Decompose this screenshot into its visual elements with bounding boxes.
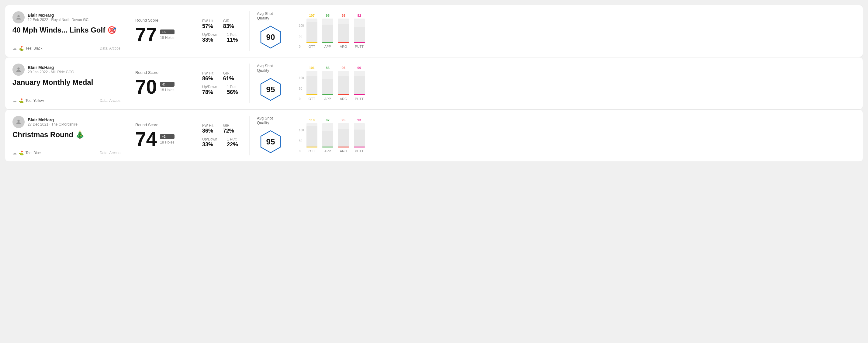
oneputt-stat: 1 Putt 11% (227, 33, 238, 43)
bar-line (306, 42, 317, 43)
hexagon-container: 95 (257, 76, 284, 103)
axis-max: 100 (299, 24, 304, 27)
score-diff-badge: -2 (160, 82, 174, 87)
bar-col-ott: 101 OTT (306, 66, 317, 101)
stats-row-top: FW Hit 86% GIR 61% (202, 71, 242, 82)
updown-value: 78% (202, 89, 217, 95)
gir-value: 83% (223, 23, 234, 30)
bar-outer (306, 19, 317, 43)
data-source: Data: Arccos (100, 98, 120, 103)
bar-inner (338, 24, 349, 43)
hexagon-container: 95 (257, 128, 284, 155)
chart-area: 101 OTT 86 APP 96 (306, 66, 365, 101)
oneputt-value: 11% (227, 37, 238, 43)
bar-col-putt: 82 PUTT (354, 14, 365, 48)
fw-hit-stat: FW Hit 36% (202, 123, 213, 134)
bar-value: 107 (309, 14, 315, 17)
score-number: 70 (135, 77, 157, 97)
bar-line (354, 147, 365, 148)
card-left: Blair McHarg 29 Jan 2022 · Mill Ride GCC… (12, 64, 128, 103)
updown-stat: Up/Down 78% (202, 85, 217, 95)
player-name: Blair McHarg (28, 117, 78, 122)
oneputt-value: 22% (227, 142, 238, 148)
bar-inner (306, 22, 317, 43)
bar-inner (338, 76, 349, 95)
fw-hit-label: FW Hit (202, 19, 213, 23)
card-chart: 100 50 0 110 OTT 87 (291, 116, 856, 155)
bar-label: PUTT (355, 149, 364, 153)
stats-row-top: FW Hit 57% GIR 83% (202, 19, 242, 30)
bar-line (338, 94, 349, 95)
bar-line (306, 147, 317, 148)
oneputt-stat: 1 Putt 56% (227, 85, 238, 95)
tee-info: ☁ ⛳ Tee: Blue (12, 151, 41, 155)
gir-stat: GIR 61% (223, 71, 234, 82)
bar-outer (338, 123, 349, 148)
card-quality: Avg Shot Quality 95 (250, 116, 291, 155)
card-stats: FW Hit 36% GIR 72% Up/Down 33% 1 Putt (195, 116, 250, 155)
fw-hit-value: 57% (202, 23, 213, 30)
card-footer: ☁ ⛳ Tee: Blue Data: Arccos (12, 151, 120, 155)
bar-value: 86 (326, 66, 330, 70)
data-source: Data: Arccos (100, 46, 120, 51)
score-diff-badge: +5 (160, 30, 174, 34)
avatar (12, 64, 25, 76)
chart-wrapper: 100 50 0 107 OTT 95 (299, 14, 851, 48)
round-score-label: Round Score (135, 70, 188, 75)
round-meta: 29 Jan 2022 · Mill Ride GCC (28, 70, 74, 74)
oneputt-stat: 1 Putt 22% (227, 137, 238, 148)
oneputt-value: 56% (227, 89, 238, 95)
bar-inner (322, 25, 333, 43)
score-row: 77 +5 18 Holes (135, 25, 188, 44)
bar-label: ARG (340, 149, 347, 153)
hexagon: 95 (258, 129, 283, 154)
bar-col-app: 86 APP (322, 66, 333, 101)
score-row: 74 +2 18 Holes (135, 129, 188, 149)
updown-label: Up/Down (202, 85, 217, 89)
round-card: Blair McHarg 29 Jan 2022 · Mill Ride GCC… (5, 57, 863, 110)
hexagon-container: 90 (257, 23, 284, 51)
fw-hit-label: FW Hit (202, 71, 213, 75)
bar-col-putt: 93 PUTT (354, 118, 365, 153)
bar-value: 82 (358, 14, 361, 17)
bar-inner (306, 126, 317, 148)
bar-line (338, 42, 349, 43)
card-score: Round Score 70 -2 18 Holes (128, 64, 195, 103)
bar-inner (322, 79, 333, 95)
round-title: 40 Mph Winds... Links Golf 🎯 (12, 26, 120, 35)
gir-value: 61% (223, 75, 234, 82)
holes-label: 18 Holes (160, 88, 174, 92)
updown-label: Up/Down (202, 33, 217, 37)
stats-row-bottom: Up/Down 78% 1 Putt 56% (202, 85, 242, 95)
bar-inner (354, 129, 365, 148)
chart-axis: 100 50 0 (299, 129, 305, 153)
player-info: Blair McHarg 27 Dec 2021 · The Oxfordshi… (28, 117, 78, 126)
tee-info: ☁ ⛳ Tee: Black (12, 46, 42, 51)
hexagon: 90 (258, 25, 283, 49)
quality-label: Avg Shot Quality (257, 116, 284, 125)
chart-wrapper: 100 50 0 110 OTT 87 (299, 118, 851, 153)
axis-max: 100 (299, 76, 304, 80)
round-card: Blair McHarg 12 Feb 2022 · Royal North D… (5, 5, 863, 57)
tee-info: ☁ ⛳ Tee: Yellow (12, 98, 44, 103)
bar-label: ARG (340, 97, 347, 101)
updown-value: 33% (202, 142, 217, 148)
bar-line (354, 94, 365, 95)
bar-label: APP (324, 97, 331, 101)
score-row: 70 -2 18 Holes (135, 77, 188, 97)
axis-min: 0 (299, 150, 304, 153)
oneputt-label: 1 Putt (227, 137, 238, 142)
card-footer: ☁ ⛳ Tee: Black Data: Arccos (12, 46, 120, 51)
score-badge-col: -2 18 Holes (160, 82, 174, 92)
fw-hit-value: 86% (202, 75, 213, 82)
card-score: Round Score 77 +5 18 Holes (128, 11, 195, 51)
gir-stat: GIR 83% (223, 19, 234, 30)
holes-label: 18 Holes (160, 36, 174, 40)
fw-hit-stat: FW Hit 57% (202, 19, 213, 30)
data-source: Data: Arccos (100, 151, 120, 155)
bar-line (354, 42, 365, 43)
score-badge-col: +5 18 Holes (160, 30, 174, 40)
bar-col-ott: 107 OTT (306, 14, 317, 48)
bar-outer (306, 71, 317, 95)
player-info: Blair McHarg 29 Jan 2022 · Mill Ride GCC (28, 65, 74, 74)
